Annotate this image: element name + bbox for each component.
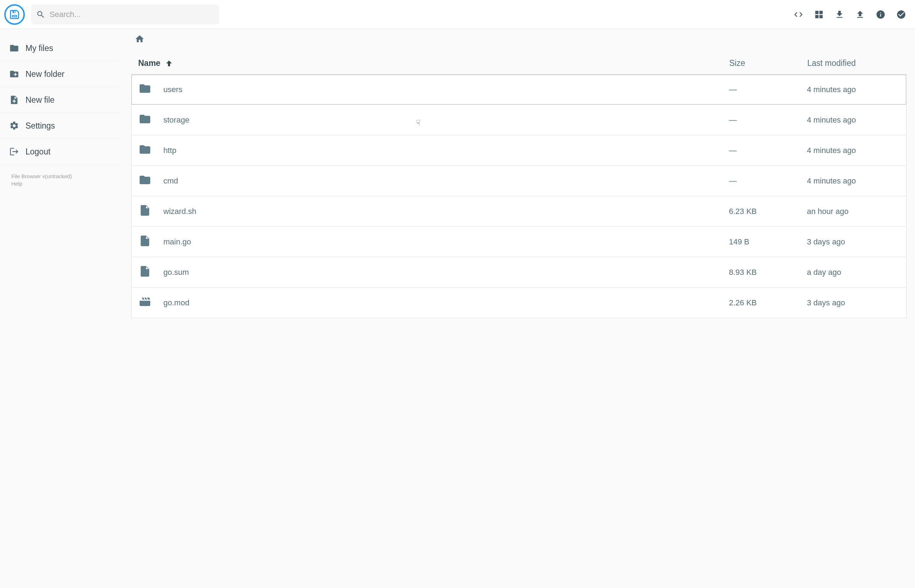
- folder-icon: [139, 174, 163, 189]
- file-row[interactable]: go.sum8.93 KBa day ago: [131, 257, 907, 288]
- header-actions: [793, 9, 907, 20]
- sidebar-item-label: Logout: [26, 147, 50, 157]
- file-modified: 4 minutes ago: [807, 85, 899, 94]
- select-all-button[interactable]: [896, 9, 907, 20]
- sidebar-item-label: New file: [26, 95, 55, 105]
- folder-row[interactable]: http—4 minutes ago: [131, 135, 907, 166]
- file-name: go.sum: [163, 268, 729, 277]
- file-name: users: [163, 85, 729, 94]
- sidebar-item-new-folder[interactable]: New folder: [0, 61, 121, 87]
- file-modified: a day ago: [807, 268, 899, 277]
- file-modified: 4 minutes ago: [807, 176, 899, 186]
- breadcrumb: [131, 31, 907, 52]
- file-size: —: [729, 85, 807, 94]
- file-modified: 3 days ago: [807, 237, 899, 247]
- file-name: go.mod: [163, 298, 729, 307]
- folder-row[interactable]: users—4 minutes ago: [131, 74, 907, 105]
- column-header-modified[interactable]: Last modified: [807, 58, 899, 68]
- column-size-label: Size: [729, 58, 745, 68]
- file-list-header: Name Size Last modified: [131, 52, 907, 74]
- file-list: users—4 minutes agostorage—4 minutes ago…: [131, 74, 907, 318]
- folder-icon: [139, 82, 163, 97]
- app-version: File Browser v(untracked): [11, 173, 110, 180]
- search-input[interactable]: [50, 10, 214, 19]
- home-icon: [135, 34, 145, 44]
- file-icon: [139, 234, 163, 249]
- file-row[interactable]: go.mod2.26 KB3 days ago: [131, 288, 907, 318]
- toggle-shell-button[interactable]: [793, 9, 804, 20]
- sidebar: My files New folder New file Settings Lo…: [0, 29, 121, 588]
- file-modified: an hour ago: [807, 207, 899, 216]
- upload-icon: [855, 10, 865, 19]
- folder-icon: [139, 113, 163, 128]
- file-size: 2.26 KB: [729, 298, 807, 307]
- column-modified-label: Last modified: [807, 58, 856, 68]
- column-header-size[interactable]: Size: [729, 58, 807, 68]
- file-name: storage: [163, 115, 729, 125]
- help-link[interactable]: Help: [11, 180, 110, 187]
- settings-icon: [9, 121, 19, 131]
- file-row[interactable]: wizard.sh6.23 KBan hour ago: [131, 196, 907, 227]
- file-icon: [139, 265, 163, 280]
- column-name-label: Name: [138, 58, 160, 68]
- breadcrumb-home[interactable]: [135, 37, 145, 46]
- file-name: main.go: [163, 237, 729, 247]
- svg-rect-2: [12, 17, 16, 17]
- sidebar-item-label: My files: [26, 44, 53, 53]
- logout-icon: [9, 147, 19, 157]
- info-button[interactable]: [875, 9, 886, 20]
- file-size: 149 B: [729, 237, 807, 247]
- upload-button[interactable]: [855, 9, 865, 20]
- sidebar-item-new-file[interactable]: New file: [0, 87, 121, 113]
- file-row[interactable]: main.go149 B3 days ago: [131, 227, 907, 257]
- create-folder-icon: [9, 69, 19, 79]
- file-name: wizard.sh: [163, 207, 729, 216]
- file-size: 6.23 KB: [729, 207, 807, 216]
- grid-view-icon: [814, 10, 824, 19]
- folder-row[interactable]: storage—4 minutes ago: [131, 105, 907, 135]
- folder-icon: [139, 143, 163, 158]
- sidebar-item-label: Settings: [26, 121, 55, 131]
- code-icon: [794, 10, 803, 19]
- download-icon: [834, 10, 844, 19]
- arrow-up-icon: [165, 59, 173, 68]
- sidebar-item-settings[interactable]: Settings: [0, 113, 121, 139]
- file-name: cmd: [163, 176, 729, 186]
- switch-view-button[interactable]: [814, 9, 824, 20]
- file-size: 8.93 KB: [729, 268, 807, 277]
- file-icon: [139, 204, 163, 219]
- svg-rect-4: [14, 11, 15, 12]
- search-bar[interactable]: [31, 5, 219, 24]
- sidebar-item-my-files[interactable]: My files: [0, 36, 121, 61]
- file-modified: 4 minutes ago: [807, 115, 899, 125]
- column-header-name[interactable]: Name: [138, 58, 729, 68]
- file-modified: 4 minutes ago: [807, 146, 899, 155]
- note-add-icon: [9, 95, 19, 105]
- svg-rect-1: [12, 16, 16, 16]
- file-size: —: [729, 115, 807, 125]
- check-circle-icon: [896, 10, 906, 19]
- file-size: —: [729, 176, 807, 186]
- search-icon: [36, 10, 45, 19]
- file-name: http: [163, 146, 729, 155]
- app-header: [0, 0, 915, 29]
- file-size: —: [729, 146, 807, 155]
- main-panel: Name Size Last modified users—4 minutes …: [121, 29, 915, 588]
- download-button[interactable]: [834, 9, 845, 20]
- file-modified: 3 days ago: [807, 298, 899, 307]
- sidebar-footer: File Browser v(untracked) Help: [0, 165, 121, 195]
- folder-icon: [9, 43, 19, 53]
- floppy-disk-icon: [8, 8, 21, 21]
- movie-icon: [139, 296, 163, 310]
- sidebar-item-logout[interactable]: Logout: [0, 139, 121, 165]
- folder-row[interactable]: cmd—4 minutes ago: [131, 166, 907, 196]
- sidebar-item-label: New folder: [26, 69, 65, 79]
- app-logo[interactable]: [4, 4, 25, 25]
- info-icon: [876, 10, 886, 19]
